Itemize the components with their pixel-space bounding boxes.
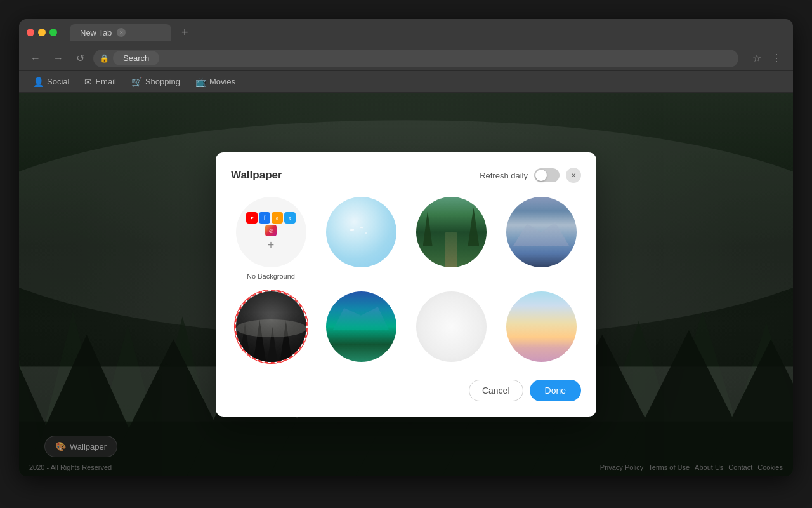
wallpaper-name-no-bg: No Background bbox=[247, 272, 295, 280]
done-button[interactable]: Done bbox=[530, 380, 581, 401]
wallpaper-item-white[interactable] bbox=[411, 290, 491, 367]
ig-mini-icon: ◎ bbox=[265, 225, 277, 236]
wallpaper-item-mountain-lake[interactable] bbox=[321, 290, 401, 367]
yt-mini-icon: ▶ bbox=[246, 212, 258, 224]
wallpaper-item-pastel-sky[interactable] bbox=[501, 290, 581, 367]
tab-bar: New Tab × + bbox=[70, 24, 785, 41]
wallpaper-circle-white bbox=[415, 290, 488, 363]
wallpaper-item-mountain-blue[interactable] bbox=[501, 196, 581, 280]
toggle-switch[interactable] bbox=[534, 168, 560, 182]
email-label: Email bbox=[95, 77, 116, 86]
maximize-traffic[interactable] bbox=[49, 29, 57, 36]
social-label: Social bbox=[47, 77, 69, 86]
back-btn[interactable]: ← bbox=[27, 50, 44, 67]
nav-bar: ← → ↺ 🔒 Search ☆ ⋮ bbox=[19, 46, 793, 71]
nav-actions: ☆ ⋮ bbox=[749, 50, 785, 67]
modal-backdrop: Wallpaper Refresh daily × bbox=[19, 93, 793, 476]
toggle-knob bbox=[535, 170, 547, 181]
title-bar: New Tab × + bbox=[19, 19, 793, 46]
wallpaper-grid: ▶ f a t ◎ + No Background bbox=[231, 196, 581, 367]
social-icon: 👤 bbox=[33, 77, 44, 87]
wallpaper-circle-mountain-lake bbox=[325, 290, 398, 363]
star-btn[interactable]: ☆ bbox=[749, 50, 765, 67]
tab-title: New Tab bbox=[80, 28, 112, 37]
tab-close-btn[interactable]: × bbox=[117, 28, 126, 37]
minimize-traffic[interactable] bbox=[38, 29, 46, 36]
wallpaper-circle-no-bg: ▶ f a t ◎ + bbox=[235, 196, 308, 269]
shopping-label: Shopping bbox=[145, 77, 180, 86]
browser-outer: New Tab × + ← → ↺ 🔒 Search ☆ ⋮ 👤 Social … bbox=[19, 19, 793, 476]
lock-icon: 🔒 bbox=[100, 54, 109, 63]
reload-btn[interactable]: ↺ bbox=[72, 50, 88, 67]
no-bg-thumbnail: ▶ f a t ◎ + bbox=[236, 197, 306, 267]
bookmark-movies[interactable]: 📺 Movies bbox=[189, 74, 242, 90]
wallpaper-circle-pastel-sky bbox=[505, 290, 578, 363]
cancel-button[interactable]: Cancel bbox=[469, 380, 523, 401]
amz-mini-icon: a bbox=[272, 212, 283, 224]
wallpaper-circle-mountain-blue bbox=[505, 196, 578, 269]
menu-btn[interactable]: ⋮ bbox=[768, 50, 785, 67]
close-traffic[interactable] bbox=[27, 29, 34, 36]
movies-label: Movies bbox=[209, 77, 235, 86]
wallpaper-circle-forest-path bbox=[415, 196, 488, 269]
address-bar[interactable]: 🔒 Search bbox=[93, 50, 738, 67]
wallpaper-item-no-bg[interactable]: ▶ f a t ◎ + No Background bbox=[231, 196, 311, 280]
no-bg-icons: ▶ f a t ◎ bbox=[246, 212, 296, 236]
active-tab[interactable]: New Tab × bbox=[70, 24, 171, 41]
email-icon: ✉ bbox=[84, 77, 92, 87]
fb-mini-icon: f bbox=[259, 212, 270, 224]
wallpaper-item-light-blue[interactable] bbox=[321, 196, 401, 280]
wallpaper-item-foggy-forest[interactable] bbox=[231, 290, 311, 367]
forward-btn[interactable]: → bbox=[49, 50, 67, 67]
bookmarks-bar: 👤 Social ✉ Email 🛒 Shopping 📺 Movies bbox=[19, 71, 793, 93]
page-content: 🎨 Wallpaper 2020 - All Rights Reserved P… bbox=[19, 93, 793, 476]
traffic-lights bbox=[27, 29, 57, 36]
bookmark-shopping[interactable]: 🛒 Shopping bbox=[125, 74, 187, 90]
wallpaper-circle-foggy-forest bbox=[235, 290, 308, 363]
shopping-icon: 🛒 bbox=[131, 77, 142, 87]
bookmark-email[interactable]: ✉ Email bbox=[78, 74, 122, 90]
search-pill[interactable]: Search bbox=[113, 51, 159, 65]
dialog-header-right: Refresh daily × bbox=[480, 168, 581, 183]
dialog-close-btn[interactable]: × bbox=[566, 168, 581, 183]
dialog-title: Wallpaper bbox=[231, 169, 282, 182]
dialog-header: Wallpaper Refresh daily × bbox=[231, 168, 581, 183]
wallpaper-dialog: Wallpaper Refresh daily × bbox=[216, 152, 596, 417]
refresh-label: Refresh daily bbox=[480, 171, 528, 180]
movies-icon: 📺 bbox=[195, 77, 206, 87]
wallpaper-item-forest-path[interactable] bbox=[411, 196, 491, 280]
bookmark-social[interactable]: 👤 Social bbox=[27, 74, 75, 90]
dialog-footer: Cancel Done bbox=[231, 380, 581, 401]
tw-mini-icon: t bbox=[284, 212, 296, 224]
new-tab-btn[interactable]: + bbox=[176, 25, 193, 41]
no-bg-plus: + bbox=[268, 239, 275, 252]
wallpaper-circle-light-blue bbox=[325, 196, 398, 269]
